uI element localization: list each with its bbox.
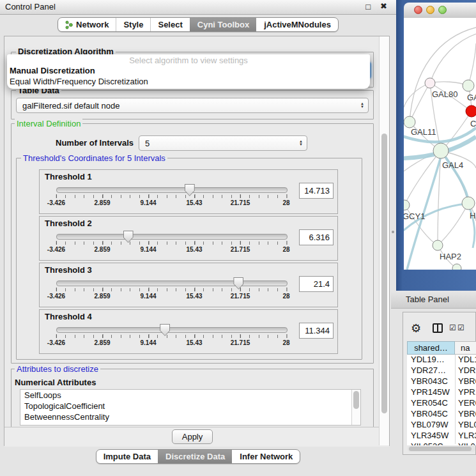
splitter-handle[interactable] [392,231,394,233]
threshold-1-slider[interactable] [56,187,288,193]
float-window-icon[interactable]: □ [365,2,371,12]
node-h[interactable] [462,197,475,210]
node-gal80[interactable] [425,78,435,88]
tab-label: Network [76,20,109,29]
combo-arrows-icon: ▲▼ [360,102,364,109]
tab-label: Infer Network [240,452,293,461]
tick-label: -3.426 [47,293,65,300]
tick-label: 15.43 [186,246,202,253]
tick-label: 28 [282,199,289,206]
bottom-tab-group: Impute Data Discretize Data Infer Networ… [96,449,301,464]
tab-impute-data[interactable]: Impute Data [96,450,158,463]
table-row[interactable]: YLR345WYLR3 [407,431,476,441]
numerical-attributes-list: SelfLoops TopologicalCoefficient Between… [20,389,361,426]
tab-network[interactable]: Network [58,18,116,31]
threshold-2-value-field[interactable]: 6.316 [299,229,334,245]
tick-label: 21.715 [231,293,250,300]
node-partial[interactable] [452,264,461,270]
node-label: GAL11 [411,127,436,137]
tick-label: -3.426 [47,246,65,253]
node-hap2[interactable] [433,240,443,250]
screen: Control Panel □ ✖ Network Style Select C… [0,0,476,476]
threshold-coordinates-title: Threshold's Coordinates for 5 Intervals [21,153,167,163]
dropdown-item-manual-discretization[interactable]: Manual Discretization [7,65,370,76]
slider-ticks [56,242,286,245]
node-selected-red[interactable] [466,105,476,117]
tick-label: 21.715 [231,199,250,206]
threshold-4-slider[interactable] [56,327,288,333]
threshold-3-value-field[interactable]: 21.4 [299,276,334,292]
dropdown-item-equal-width-frequency[interactable]: Equal Width/Frequency Discretization [7,76,370,87]
columns-icon[interactable] [433,323,443,333]
table-row[interactable]: YBR043CYBR0 [407,376,476,387]
tick-label: 9.144 [140,199,156,206]
table-row[interactable]: YDL19…YDL1 [407,355,476,365]
interval-definition-title: Interval Definition [15,119,82,128]
gear-icon[interactable]: ⚙ [411,321,421,335]
network-canvas[interactable]: GAL80 GA C GAL11 GAL4 GCY1 H HAP2 [404,18,476,270]
threshold-3-slider[interactable] [56,280,288,286]
threshold-1-panel: Threshold 1 -3.426 2.859 9.144 15.43 21.… [39,169,338,214]
tab-cyni-toolbox[interactable]: Cyni Toolbox [190,18,256,31]
node-label: GCY1 [404,211,425,221]
column-divider [455,355,456,444]
list-item[interactable]: TopologicalCoefficient [20,401,360,411]
slider-ticks [56,195,286,198]
tab-select[interactable]: Select [150,18,189,31]
node-ga[interactable] [463,80,474,91]
tick-label: 2.859 [94,246,110,253]
select-none-checkbox-icon[interactable]: ☑ [457,323,464,332]
tick-label: 9.144 [140,293,156,300]
zoom-traffic-light[interactable] [438,6,447,14]
tick-label: 15.43 [186,199,202,206]
table-panel-titlebar: Table Panel [391,291,476,309]
threshold-4-value-field[interactable]: 11.344 [299,323,334,339]
tab-label: Style [123,20,143,29]
tab-style[interactable]: Style [116,18,150,31]
node-gal11[interactable] [404,116,415,128]
table-row[interactable]: YBL079WYBL0 [407,420,476,431]
table-row[interactable]: YIL053CYIL0 [407,441,476,445]
network-window: GAL80 GA C GAL11 GAL4 GCY1 H HAP2 [396,0,476,291]
minimize-traffic-light[interactable] [426,6,434,14]
panel-scrollbar[interactable] [379,36,389,445]
table-row[interactable]: YBR045CYBR0 [407,409,476,420]
tick-label: 2.859 [94,199,110,206]
list-item[interactable]: SelfLoops [20,390,360,401]
table-horizontal-scrollbar[interactable] [408,446,475,452]
threshold-2-slider[interactable] [56,234,288,240]
slider-ticks [56,288,286,291]
node-gcy1[interactable] [404,200,410,210]
tab-label: Impute Data [104,452,151,461]
tick-label: 9.144 [140,339,156,346]
apply-button[interactable]: Apply [172,429,213,444]
numerical-attributes-label: Numerical Attributes [15,378,96,387]
threshold-3-panel: Threshold 3 -3.426 2.859 9.144 15.43 21.… [39,263,338,307]
slider-tick-labels: -3.426 2.859 9.144 15.43 21.715 28 [56,199,286,207]
tick-label: 15.43 [186,293,202,300]
table-data-combobox[interactable]: galFiltered.sif default node ▲▼ [16,98,369,113]
column-header-shared[interactable]: shared… [407,341,455,355]
top-tab-row: Network Style Select Cyni Toolbox jActiv… [0,17,396,32]
list-scrollbar[interactable] [351,390,360,425]
select-all-checkbox-icon[interactable]: ☑ [449,323,456,332]
threshold-1-value-field[interactable]: 14.713 [299,183,334,199]
slider-ticks [56,335,286,338]
close-traffic-light[interactable] [414,6,422,14]
table-panel-body: ⚙ ☑ ☑ shared… na YDL19…YDL1 YDR27…YDR2 Y… [403,312,476,455]
cyni-toolbox-panel: Discretization Algorithm ▲▼ Select algor… [4,36,390,446]
close-icon[interactable]: ✖ [380,1,387,11]
network-graph [404,18,476,270]
column-header-name[interactable]: na [455,341,476,355]
table-row[interactable]: YPR145WYPR1 [407,387,476,398]
table-row[interactable]: YDR27…YDR2 [407,365,476,376]
slider-tick-labels: -3.426 2.859 9.144 15.43 21.715 28 [56,293,286,300]
list-item[interactable]: BetweennessCentrality [20,411,360,422]
tab-discretize-data[interactable]: Discretize Data [158,450,232,463]
tab-infer-network[interactable]: Infer Network [232,450,300,463]
network-window-titlebar[interactable] [404,3,476,19]
node-gal4[interactable] [433,143,449,158]
table-row[interactable]: YER054CYER0 [407,398,476,409]
number-of-intervals-combobox[interactable]: 5 ▲▼ [139,135,307,151]
tab-jactivemnodules[interactable]: jActiveMNodules [256,18,338,31]
